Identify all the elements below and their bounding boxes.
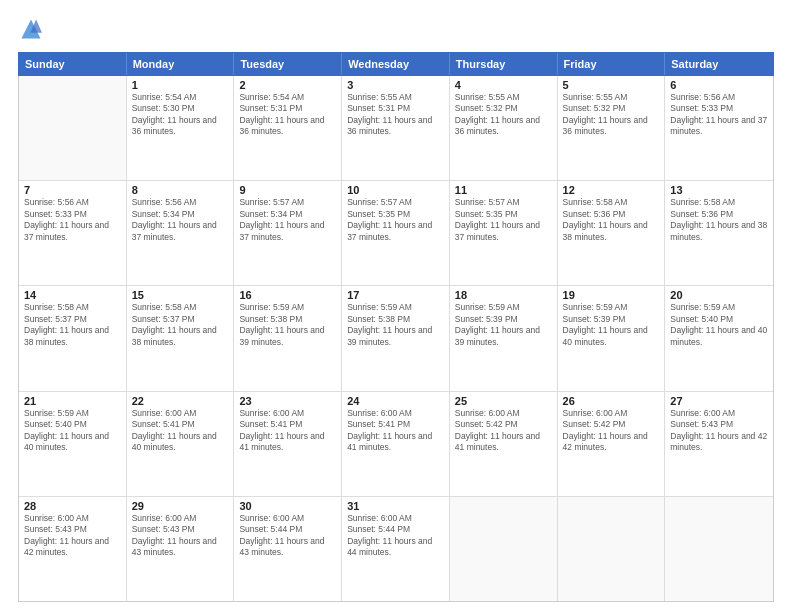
day-number: 6 — [670, 79, 768, 91]
header — [18, 18, 774, 44]
day-info: Sunrise: 5:55 AMSunset: 5:31 PMDaylight:… — [347, 92, 444, 138]
calendar-cell: 30Sunrise: 6:00 AMSunset: 5:44 PMDayligh… — [234, 497, 342, 601]
day-info: Sunrise: 5:59 AMSunset: 5:40 PMDaylight:… — [670, 302, 768, 348]
calendar-header-cell: Saturday — [665, 53, 773, 75]
calendar-cell: 15Sunrise: 5:58 AMSunset: 5:37 PMDayligh… — [127, 286, 235, 390]
calendar-cell: 16Sunrise: 5:59 AMSunset: 5:38 PMDayligh… — [234, 286, 342, 390]
day-info: Sunrise: 5:54 AMSunset: 5:31 PMDaylight:… — [239, 92, 336, 138]
calendar-cell: 28Sunrise: 6:00 AMSunset: 5:43 PMDayligh… — [19, 497, 127, 601]
calendar-cell: 27Sunrise: 6:00 AMSunset: 5:43 PMDayligh… — [665, 392, 773, 496]
calendar-cell: 12Sunrise: 5:58 AMSunset: 5:36 PMDayligh… — [558, 181, 666, 285]
day-number: 13 — [670, 184, 768, 196]
calendar-cell — [19, 76, 127, 180]
day-number: 15 — [132, 289, 229, 301]
day-info: Sunrise: 6:00 AMSunset: 5:42 PMDaylight:… — [563, 408, 660, 454]
day-number: 3 — [347, 79, 444, 91]
day-number: 4 — [455, 79, 552, 91]
calendar-body: 1Sunrise: 5:54 AMSunset: 5:30 PMDaylight… — [18, 76, 774, 602]
calendar-cell: 24Sunrise: 6:00 AMSunset: 5:41 PMDayligh… — [342, 392, 450, 496]
day-info: Sunrise: 6:00 AMSunset: 5:44 PMDaylight:… — [347, 513, 444, 559]
day-info: Sunrise: 5:59 AMSunset: 5:38 PMDaylight:… — [347, 302, 444, 348]
day-number: 19 — [563, 289, 660, 301]
day-info: Sunrise: 5:56 AMSunset: 5:33 PMDaylight:… — [24, 197, 121, 243]
day-number: 24 — [347, 395, 444, 407]
day-info: Sunrise: 5:58 AMSunset: 5:37 PMDaylight:… — [132, 302, 229, 348]
page: SundayMondayTuesdayWednesdayThursdayFrid… — [0, 0, 792, 612]
day-info: Sunrise: 6:00 AMSunset: 5:43 PMDaylight:… — [24, 513, 121, 559]
calendar-cell: 29Sunrise: 6:00 AMSunset: 5:43 PMDayligh… — [127, 497, 235, 601]
day-info: Sunrise: 5:57 AMSunset: 5:35 PMDaylight:… — [347, 197, 444, 243]
day-info: Sunrise: 6:00 AMSunset: 5:41 PMDaylight:… — [132, 408, 229, 454]
day-info: Sunrise: 5:59 AMSunset: 5:40 PMDaylight:… — [24, 408, 121, 454]
calendar-week: 21Sunrise: 5:59 AMSunset: 5:40 PMDayligh… — [19, 392, 773, 497]
day-info: Sunrise: 5:58 AMSunset: 5:36 PMDaylight:… — [670, 197, 768, 243]
logo-icon — [20, 18, 42, 40]
day-number: 8 — [132, 184, 229, 196]
calendar-header-cell: Tuesday — [234, 53, 342, 75]
calendar-cell: 22Sunrise: 6:00 AMSunset: 5:41 PMDayligh… — [127, 392, 235, 496]
calendar-week: 1Sunrise: 5:54 AMSunset: 5:30 PMDaylight… — [19, 76, 773, 181]
day-number: 18 — [455, 289, 552, 301]
day-info: Sunrise: 6:00 AMSunset: 5:43 PMDaylight:… — [670, 408, 768, 454]
day-info: Sunrise: 6:00 AMSunset: 5:41 PMDaylight:… — [347, 408, 444, 454]
day-number: 9 — [239, 184, 336, 196]
logo — [18, 18, 44, 44]
calendar: SundayMondayTuesdayWednesdayThursdayFrid… — [18, 52, 774, 602]
day-info: Sunrise: 5:56 AMSunset: 5:33 PMDaylight:… — [670, 92, 768, 138]
calendar-cell: 4Sunrise: 5:55 AMSunset: 5:32 PMDaylight… — [450, 76, 558, 180]
day-number: 7 — [24, 184, 121, 196]
calendar-cell: 20Sunrise: 5:59 AMSunset: 5:40 PMDayligh… — [665, 286, 773, 390]
day-number: 30 — [239, 500, 336, 512]
day-info: Sunrise: 5:56 AMSunset: 5:34 PMDaylight:… — [132, 197, 229, 243]
calendar-cell: 23Sunrise: 6:00 AMSunset: 5:41 PMDayligh… — [234, 392, 342, 496]
calendar-week: 28Sunrise: 6:00 AMSunset: 5:43 PMDayligh… — [19, 497, 773, 601]
day-info: Sunrise: 5:55 AMSunset: 5:32 PMDaylight:… — [563, 92, 660, 138]
day-info: Sunrise: 5:57 AMSunset: 5:34 PMDaylight:… — [239, 197, 336, 243]
calendar-cell: 25Sunrise: 6:00 AMSunset: 5:42 PMDayligh… — [450, 392, 558, 496]
calendar-cell: 17Sunrise: 5:59 AMSunset: 5:38 PMDayligh… — [342, 286, 450, 390]
day-number: 20 — [670, 289, 768, 301]
calendar-cell: 1Sunrise: 5:54 AMSunset: 5:30 PMDaylight… — [127, 76, 235, 180]
calendar-cell: 13Sunrise: 5:58 AMSunset: 5:36 PMDayligh… — [665, 181, 773, 285]
day-number: 14 — [24, 289, 121, 301]
day-info: Sunrise: 6:00 AMSunset: 5:41 PMDaylight:… — [239, 408, 336, 454]
day-number: 25 — [455, 395, 552, 407]
calendar-cell: 19Sunrise: 5:59 AMSunset: 5:39 PMDayligh… — [558, 286, 666, 390]
day-info: Sunrise: 5:55 AMSunset: 5:32 PMDaylight:… — [455, 92, 552, 138]
calendar-cell: 9Sunrise: 5:57 AMSunset: 5:34 PMDaylight… — [234, 181, 342, 285]
calendar-cell: 2Sunrise: 5:54 AMSunset: 5:31 PMDaylight… — [234, 76, 342, 180]
day-number: 31 — [347, 500, 444, 512]
calendar-header-cell: Thursday — [450, 53, 558, 75]
day-number: 27 — [670, 395, 768, 407]
calendar-cell: 31Sunrise: 6:00 AMSunset: 5:44 PMDayligh… — [342, 497, 450, 601]
day-number: 5 — [563, 79, 660, 91]
calendar-header-cell: Friday — [558, 53, 666, 75]
calendar-cell: 7Sunrise: 5:56 AMSunset: 5:33 PMDaylight… — [19, 181, 127, 285]
day-number: 2 — [239, 79, 336, 91]
calendar-week: 7Sunrise: 5:56 AMSunset: 5:33 PMDaylight… — [19, 181, 773, 286]
day-info: Sunrise: 5:59 AMSunset: 5:38 PMDaylight:… — [239, 302, 336, 348]
day-number: 17 — [347, 289, 444, 301]
calendar-header-row: SundayMondayTuesdayWednesdayThursdayFrid… — [18, 52, 774, 76]
calendar-cell: 8Sunrise: 5:56 AMSunset: 5:34 PMDaylight… — [127, 181, 235, 285]
day-info: Sunrise: 6:00 AMSunset: 5:44 PMDaylight:… — [239, 513, 336, 559]
day-info: Sunrise: 5:57 AMSunset: 5:35 PMDaylight:… — [455, 197, 552, 243]
day-number: 12 — [563, 184, 660, 196]
day-info: Sunrise: 5:59 AMSunset: 5:39 PMDaylight:… — [455, 302, 552, 348]
day-number: 1 — [132, 79, 229, 91]
day-info: Sunrise: 6:00 AMSunset: 5:43 PMDaylight:… — [132, 513, 229, 559]
calendar-cell: 26Sunrise: 6:00 AMSunset: 5:42 PMDayligh… — [558, 392, 666, 496]
calendar-cell: 11Sunrise: 5:57 AMSunset: 5:35 PMDayligh… — [450, 181, 558, 285]
calendar-week: 14Sunrise: 5:58 AMSunset: 5:37 PMDayligh… — [19, 286, 773, 391]
calendar-cell: 14Sunrise: 5:58 AMSunset: 5:37 PMDayligh… — [19, 286, 127, 390]
day-number: 10 — [347, 184, 444, 196]
calendar-cell — [450, 497, 558, 601]
day-info: Sunrise: 5:58 AMSunset: 5:37 PMDaylight:… — [24, 302, 121, 348]
calendar-cell — [665, 497, 773, 601]
calendar-cell: 18Sunrise: 5:59 AMSunset: 5:39 PMDayligh… — [450, 286, 558, 390]
calendar-header-cell: Sunday — [19, 53, 127, 75]
day-number: 26 — [563, 395, 660, 407]
calendar-header-cell: Monday — [127, 53, 235, 75]
day-number: 22 — [132, 395, 229, 407]
calendar-cell — [558, 497, 666, 601]
